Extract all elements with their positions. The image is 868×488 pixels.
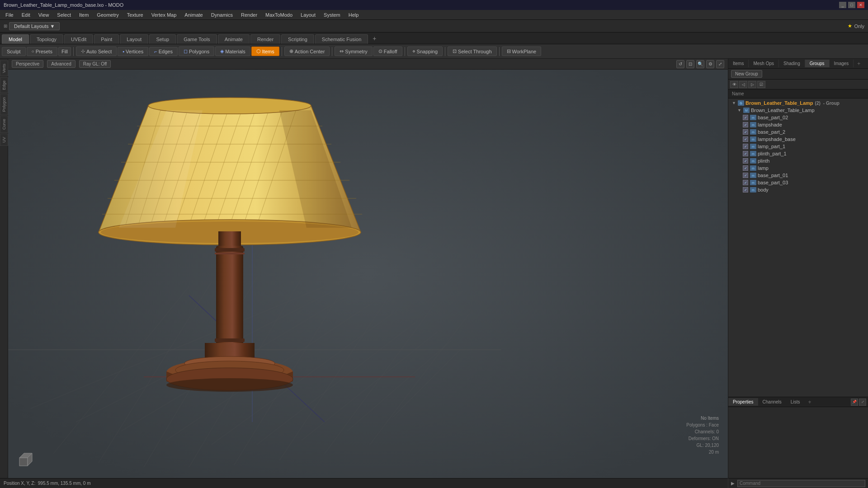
tree-item-lampshade[interactable]: ✓ m lampshade xyxy=(728,121,868,128)
tab-game-tools[interactable]: Game Tools xyxy=(177,34,217,44)
maximize-button[interactable]: □ xyxy=(848,2,855,8)
vp-icon-settings[interactable]: ⚙ xyxy=(706,60,714,68)
menu-item[interactable]: Item xyxy=(75,11,92,19)
tab-scripting[interactable]: Scripting xyxy=(281,34,314,44)
tree-item-lamp[interactable]: ✓ m lamp xyxy=(728,164,868,172)
check-icon[interactable]: ✓ xyxy=(743,165,748,171)
fill-button[interactable]: Fill xyxy=(58,47,71,56)
action-center-button[interactable]: ⊕ Action Center xyxy=(284,47,330,56)
select-through-button[interactable]: ⊡ Select Through xyxy=(448,47,496,56)
check-icon[interactable]: ✓ xyxy=(743,151,748,156)
left-tab-edges[interactable]: Edge xyxy=(0,77,8,93)
tree-item-body[interactable]: ✓ m body xyxy=(728,186,868,193)
tree-item-base-part-2[interactable]: ✓ m base_part_2 xyxy=(728,128,868,136)
check-icon[interactable]: ✓ xyxy=(743,187,748,192)
check-icon[interactable]: ✓ xyxy=(743,136,748,142)
command-input[interactable] xyxy=(737,480,865,487)
br-tab-lists[interactable]: Lists xyxy=(786,398,805,406)
new-group-button[interactable]: New Group xyxy=(731,70,762,78)
viewport[interactable]: Perspective Advanced Ray GL: Off ↺ ⊡ 🔍 ⚙… xyxy=(8,59,728,478)
default-layouts-button[interactable]: Default Layouts ▼ xyxy=(9,22,60,30)
vertices-button[interactable]: • Vertices xyxy=(118,47,148,56)
menu-system[interactable]: System xyxy=(320,11,344,19)
nav-cube[interactable] xyxy=(17,451,35,469)
tab-mesh-ops[interactable]: Mesh Ops xyxy=(749,60,779,67)
menu-layout[interactable]: Layout xyxy=(297,11,319,19)
tab-items[interactable]: Items xyxy=(728,60,749,67)
tab-shading[interactable]: Shading xyxy=(779,60,805,67)
add-br-tab-button[interactable]: + xyxy=(804,398,815,407)
check-icon[interactable]: ✓ xyxy=(743,180,748,185)
tree-item-lampshade-base[interactable]: ✓ m lampshade_base xyxy=(728,136,868,143)
tab-groups[interactable]: Groups xyxy=(805,60,830,67)
items-button[interactable]: ⬡ Items xyxy=(251,47,279,56)
tab-uvedit[interactable]: UVEdit xyxy=(64,34,93,44)
groups-check-icon[interactable]: ☑ xyxy=(757,81,765,88)
br-tab-properties[interactable]: Properties xyxy=(728,398,758,406)
perspective-button[interactable]: Perspective xyxy=(12,60,43,68)
vp-icon-expand[interactable]: ⤢ xyxy=(716,60,724,68)
menu-help[interactable]: Help xyxy=(345,11,363,19)
tree-item-plinth-part-1[interactable]: ✓ m plinth_part_1 xyxy=(728,150,868,157)
sculpt-button[interactable]: Sculpt xyxy=(2,47,26,56)
groups-eye-icon[interactable]: 👁 xyxy=(730,81,738,88)
vp-icon-zoom[interactable]: 🔍 xyxy=(696,60,704,68)
expand-icon[interactable]: ▼ xyxy=(737,108,742,113)
tree-item-base-part-01[interactable]: ✓ m base_part_01 xyxy=(728,172,868,179)
materials-button[interactable]: ◈ Materials xyxy=(215,47,250,56)
menu-view[interactable]: View xyxy=(35,11,53,19)
menu-render[interactable]: Render xyxy=(237,11,261,19)
tab-layout[interactable]: Layout xyxy=(120,34,148,44)
presets-button[interactable]: ○ Presets xyxy=(27,47,57,56)
left-tab-curves[interactable]: Curve xyxy=(0,116,8,133)
menu-vertex-map[interactable]: Vertex Map xyxy=(148,11,180,19)
tree-item-lamp-mesh[interactable]: ▼ M Brown_Leather_Table_Lamp xyxy=(728,107,868,114)
viewport-canvas[interactable]: No Items Polygons : Face Channels: 0 Def… xyxy=(8,70,728,478)
add-tab-button[interactable]: + xyxy=(369,33,380,44)
menu-animate[interactable]: Animate xyxy=(181,11,206,19)
add-right-tab-button[interactable]: + xyxy=(854,59,864,68)
left-tab-polygons[interactable]: Polygon xyxy=(0,94,8,115)
tab-schematic-fusion[interactable]: Schematic Fusion xyxy=(315,34,368,44)
br-tab-channels[interactable]: Channels xyxy=(758,398,786,406)
menu-edit[interactable]: Edit xyxy=(18,11,34,19)
snapping-button[interactable]: ⋄ Snapping xyxy=(407,47,443,56)
symmetry-button[interactable]: ⇔ Symmetry xyxy=(335,47,373,56)
check-icon[interactable]: ✓ xyxy=(743,122,748,127)
tab-render[interactable]: Render xyxy=(250,34,280,44)
edges-button[interactable]: ⌐ Edges xyxy=(149,47,178,56)
check-icon[interactable]: ✓ xyxy=(743,129,748,135)
close-button[interactable]: ✕ xyxy=(857,2,864,8)
tree-item-base-part-03[interactable]: ✓ m base_part_03 xyxy=(728,179,868,186)
br-icon-expand[interactable]: ⤢ xyxy=(859,399,866,406)
menu-geometry[interactable]: Geometry xyxy=(93,11,122,19)
tab-paint[interactable]: Paint xyxy=(94,34,119,44)
auto-select-button[interactable]: ⊹ Auto Select xyxy=(76,47,117,56)
check-icon[interactable]: ✓ xyxy=(743,173,748,178)
advanced-button[interactable]: Advanced xyxy=(47,60,75,68)
minimize-button[interactable]: _ xyxy=(839,2,846,8)
tree-item-plinth[interactable]: ✓ m plinth xyxy=(728,157,868,164)
tree-item-base-part-02[interactable]: ✓ m base_part_02 xyxy=(728,114,868,121)
menu-maxtomodo[interactable]: MaxToModo xyxy=(262,11,296,19)
check-icon[interactable]: ✓ xyxy=(743,115,748,120)
br-icon-pin[interactable]: 📌 xyxy=(851,399,858,406)
left-tab-uv[interactable]: UV xyxy=(0,134,8,146)
polygons-button[interactable]: ◻ Polygons xyxy=(179,47,214,56)
tree-item-lamp-part-1[interactable]: ✓ m lamp_part_1 xyxy=(728,143,868,150)
tree-item-root[interactable]: ▼ G Brown_Leather_Table_Lamp (2) - Group xyxy=(728,99,868,107)
tree-view[interactable]: ▼ G Brown_Leather_Table_Lamp (2) - Group… xyxy=(728,99,868,397)
menu-texture[interactable]: Texture xyxy=(123,11,147,19)
groups-back-icon[interactable]: ◁ xyxy=(739,81,747,88)
expand-icon[interactable]: ▼ xyxy=(732,101,736,105)
tab-animate[interactable]: Animate xyxy=(218,34,250,44)
menu-dynamics[interactable]: Dynamics xyxy=(208,11,236,19)
menu-file[interactable]: File xyxy=(2,11,17,19)
groups-fwd-icon[interactable]: ▷ xyxy=(748,81,756,88)
tab-model[interactable]: Model xyxy=(2,34,29,44)
check-icon[interactable]: ✓ xyxy=(743,144,748,149)
falloff-button[interactable]: ⊙ Falloff xyxy=(373,47,402,56)
left-tab-vertices[interactable]: Verts xyxy=(0,61,8,76)
tab-setup[interactable]: Setup xyxy=(149,34,176,44)
workplane-button[interactable]: ⊟ WorkPlane xyxy=(502,47,542,56)
